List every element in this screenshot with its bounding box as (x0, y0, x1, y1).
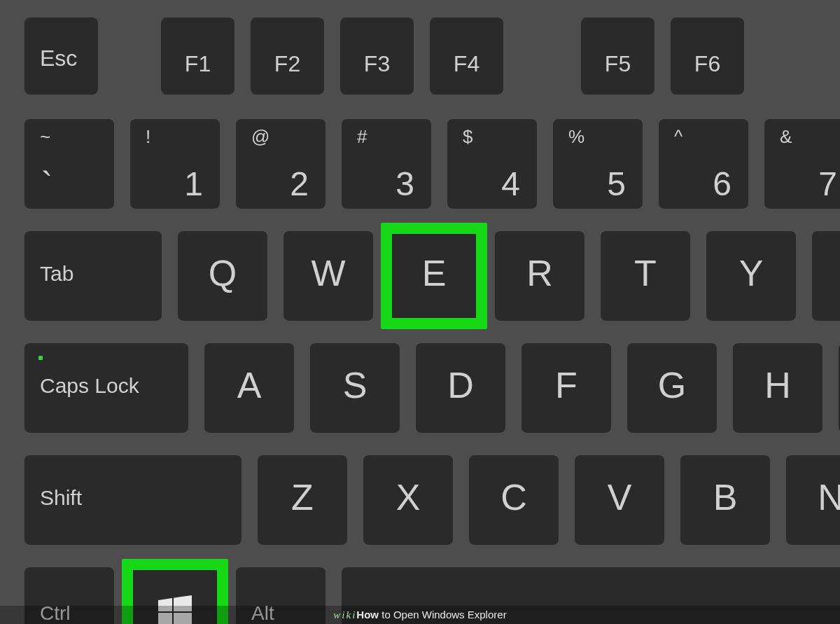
key-h[interactable]: H (733, 343, 822, 433)
key-y[interactable]: Y (706, 231, 796, 321)
key-b[interactable]: B (680, 455, 770, 545)
key-tab[interactable]: Tab (24, 231, 162, 321)
caption-text: wikiHow to Open Windows Explorer (333, 606, 506, 624)
key-c[interactable]: C (469, 455, 559, 545)
key-w[interactable]: W (284, 231, 373, 321)
key-g[interactable]: G (627, 343, 717, 433)
key-r[interactable]: R (495, 231, 584, 321)
key-f3[interactable]: F3 (340, 18, 414, 95)
key-f2[interactable]: F2 (251, 18, 324, 95)
key-esc[interactable]: Esc (24, 18, 98, 95)
key-a[interactable]: A (204, 343, 294, 433)
key-capslock[interactable]: Caps Lock (24, 343, 188, 433)
key-q[interactable]: Q (178, 231, 267, 321)
capslock-led-icon (38, 356, 43, 360)
key-f[interactable]: F (522, 343, 611, 433)
key-s[interactable]: S (310, 343, 400, 433)
key-f1[interactable]: F1 (161, 18, 234, 95)
key-v[interactable]: V (575, 455, 664, 545)
key-z[interactable]: Z (258, 455, 347, 545)
key-5[interactable]: %5 (553, 119, 643, 209)
key-3[interactable]: #3 (342, 119, 431, 209)
key-n[interactable]: N (786, 455, 840, 545)
key-6[interactable]: ^6 (659, 119, 748, 209)
key-2[interactable]: @2 (236, 119, 326, 209)
key-f4[interactable]: F4 (430, 18, 503, 95)
key-backtick[interactable]: ~` (24, 119, 114, 209)
key-x[interactable]: X (363, 455, 453, 545)
key-f5[interactable]: F5 (581, 18, 654, 95)
key-f6[interactable]: F6 (671, 18, 744, 95)
highlight-e-key (381, 223, 487, 329)
key-t[interactable]: T (601, 231, 690, 321)
key-4[interactable]: $4 (447, 119, 537, 209)
keyboard-diagram: Esc F1 F2 F3 F4 F5 F6 ~` !1 @2 #3 $4 %5 … (0, 0, 840, 624)
key-u[interactable]: U (812, 231, 840, 321)
key-1[interactable]: !1 (130, 119, 220, 209)
key-7[interactable]: &7 (764, 119, 840, 209)
caption-bar: wikiHow to Open Windows Explorer (0, 606, 840, 624)
key-shift[interactable]: Shift (24, 455, 241, 545)
key-d[interactable]: D (416, 343, 505, 433)
